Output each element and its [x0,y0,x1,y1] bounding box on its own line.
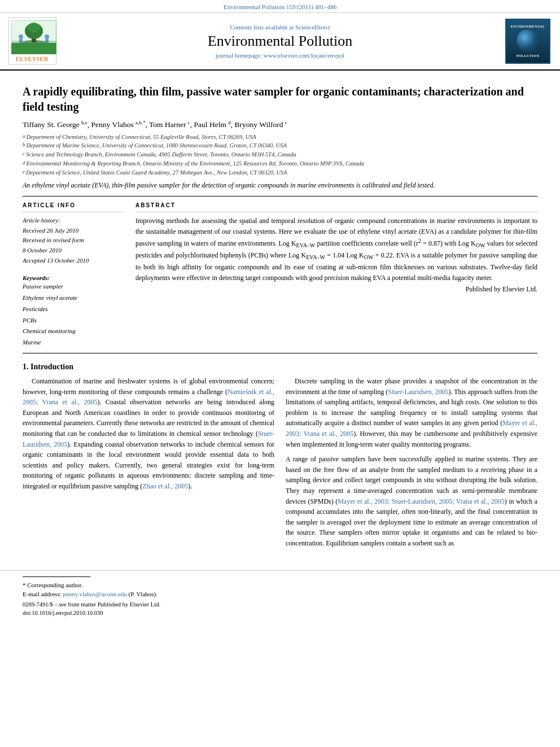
journal-title: Environmental Pollution [208,33,352,50]
ref-mayer2003b: Mayer et al., 2003; Stuer-Lauridsen, 200… [338,497,505,505]
section-1-body: Contamination of marine and freshwater s… [23,376,537,553]
abstract-intro: An ethylene vinyl acetate (EVA), thin-fi… [23,180,537,190]
badge-globe [517,29,539,52]
elsevier-logo-area: ELSEVIER [7,18,58,65]
env-poll-badge: ENVIRONMENTAL POLLUTION [505,19,550,64]
journal-homepage: journal homepage: www.elsevier.com/locat… [216,52,344,59]
section-1-right-para-2: A range of passive samplers have been su… [286,454,537,548]
article-history: Article history: Received 26 July 2010 R… [23,216,124,265]
abstract-heading: ABSTRACT [135,202,537,208]
footer: * Corresponding author. E-mail address: … [0,570,560,622]
env-poll-badge-area: ENVIRONMENTAL POLLUTION [502,18,553,65]
author-1-sup: b,e [81,119,88,125]
affil-5: e Department of Science, United States C… [23,168,537,177]
badge-line1: ENVIRONMENTAL [511,25,545,28]
affil-2: b Department of Marine Science, Universi… [23,141,537,150]
keyword-6: Marine [23,337,124,348]
affil-5-sup: e [23,168,25,177]
sciencedirect-text: ScienceDirect [295,24,330,30]
received-date: Received 26 July 2010 [23,226,124,236]
homepage-url: www.elsevier.com/locate/envpol [264,52,344,59]
svg-point-6 [19,34,23,39]
svg-point-5 [23,40,45,45]
svg-point-8 [45,34,49,39]
article-info-heading: ARTICLE INFO [23,202,124,208]
affil-5-text: Department of Science, United States Coa… [26,168,287,177]
affil-1: a Department of Chemistry, University of… [23,133,537,142]
affil-2-sup: b [23,141,25,150]
section-1-left-col: Contamination of marine and freshwater s… [23,376,274,553]
affil-4-text: Environmental Monitoring & Reporting Bra… [27,159,365,168]
doi-text: doi:10.1016/j.envpol.2010.10.030 [23,610,103,616]
affiliations: a Department of Chemistry, University of… [23,133,537,177]
ref-stuer: Stuer-Lauridsen, 2005 [23,430,274,448]
divider-1 [23,196,537,196]
svg-point-4 [28,23,40,33]
affil-3-sup: c [23,150,25,159]
contents-text: Contents lists available at [230,24,294,30]
elsevier-image [11,20,56,54]
journal-ref-text: Environmental Pollution 159 (2011) 481–4… [224,3,337,10]
section-1-right-para-1: Discrete sampling in the water phase pro… [286,376,537,449]
revised-label: Received in revised form [23,235,124,246]
article-info-abstract: ARTICLE INFO Article history: Received 2… [23,202,537,348]
abstract-text: Improving methods for assessing the spat… [135,216,537,283]
journal-header: ELSEVIER Contents lists available at Sci… [0,13,560,71]
keyword-4: PCBs [23,315,124,326]
keyword-5: Chemical monitoring [23,326,124,337]
svg-rect-1 [12,41,56,54]
keywords-label: Keywords: [23,274,124,281]
header-center: Contents lists available at ScienceDirec… [63,18,497,65]
affil-3-text: Science and Technology Branch, Environme… [26,150,296,159]
issn-line: 0269-7491/$ – see front matter Published… [23,601,537,608]
elsevier-brand-text: ELSEVIER [11,56,54,62]
affil-1-sup: a [23,133,25,142]
corresponding-label: * Corresponding author. [23,582,83,588]
ref-zhao: Zhao et al., 2005 [142,482,188,490]
author-4-sup: d [228,119,231,125]
page: Environmental Pollution 159 (2011) 481–4… [0,0,560,747]
divider-2 [23,353,537,353]
author-2-sup: a,b,* [135,119,146,125]
author-3: Tom Harner c, [149,120,192,129]
section-1-right-col: Discrete sampling in the water phase pro… [286,376,537,553]
journal-reference: Environmental Pollution 159 (2011) 481–4… [0,0,560,13]
author-5: Bryony Wilford c [235,120,287,129]
svg-rect-9 [45,39,49,45]
author-2: Penny Vlahos a,b,*, [91,120,147,129]
history-label: Article history: [23,216,124,226]
revised-date: 8 October 2010 [23,246,124,256]
affil-1-text: Department of Chemistry, University of C… [27,133,256,142]
section-1-left-para: Contamination of marine and freshwater s… [23,376,274,492]
doi-line: doi:10.1016/j.envpol.2010.10.030 [23,610,537,616]
email-address: penny.vlahos@uconn.edu [63,591,126,597]
svg-rect-7 [19,39,23,45]
elsevier-logo-box: ELSEVIER [8,18,56,65]
section-1-number: 1. [23,362,29,371]
sciencedirect-link: Contents lists available at ScienceDirec… [230,24,330,30]
author-3-sup: c [188,119,190,125]
ref-namiesnik: Namieśnik et al., 2005; Vrana et al., 20… [23,388,274,407]
keyword-2: Ethylene vinyl acetate [23,292,124,304]
keyword-1: Passive sampler [23,281,124,292]
email-label: E-mail address: [23,591,62,597]
published-by: Published by Elsevier Ltd. [135,285,537,294]
corresponding-note: * Corresponding author. [23,580,537,590]
affil-2-text: Department of Marine Science, University… [27,141,287,150]
divider-abstract [135,212,537,212]
main-content: A rapidly equilibrating, thin film, pass… [0,71,560,565]
badge-line2: POLLUTION [517,54,540,58]
article-info-col: ARTICLE INFO Article history: Received 2… [23,202,124,348]
section-1-title: 1. Introduction [23,362,537,372]
article-title: A rapidly equilibrating, thin film, pass… [23,84,537,115]
ref-mayer2003: Mayer et al., 2003; Vrana et al., 2005 [286,419,537,438]
homepage-label: journal homepage: [216,52,262,59]
section-1-heading: Introduction [30,362,73,371]
email-suffix: (P. Vlahos). [129,591,158,597]
affil-4-sup: d [23,159,25,168]
email-note: E-mail address: penny.vlahos@uconn.edu (… [23,589,537,599]
divider-info [23,212,124,212]
section-1: 1. Introduction Contamination of marine … [23,362,537,553]
keywords-list: Passive sampler Ethylene vinyl acetate P… [23,281,124,348]
ref-stuer2: Stuer-Lauridsen, 2005 [388,388,448,396]
